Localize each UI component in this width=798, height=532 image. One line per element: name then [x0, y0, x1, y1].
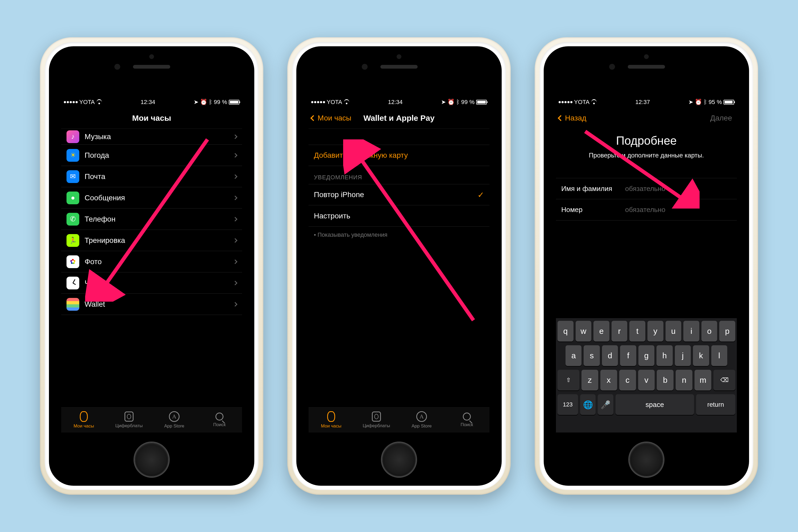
list-item-wallet[interactable]: Wallet — [61, 294, 242, 315]
field-number[interactable]: Номер обязательно — [556, 199, 737, 221]
tab-search[interactable]: Поиск — [197, 407, 242, 433]
key-n[interactable]: n — [676, 370, 692, 391]
key-q[interactable]: q — [557, 321, 573, 342]
key-d[interactable]: d — [602, 345, 618, 366]
tab-bar: Мои часы Циферблаты App Store Поиск — [61, 407, 242, 433]
messages-icon — [66, 191, 79, 204]
phone-1: YOTA 12:34 ➤ ⏰ ᛒ 99 % Мои часы Музыка По… — [40, 37, 263, 495]
key-h[interactable]: h — [657, 345, 672, 366]
key-return[interactable]: return — [696, 394, 735, 415]
tab-faces[interactable]: Циферблаты — [354, 407, 399, 433]
key-z[interactable]: z — [582, 370, 598, 391]
key-y[interactable]: y — [647, 321, 663, 342]
speaker — [133, 65, 170, 69]
key-123[interactable]: 123 — [557, 394, 578, 415]
chevron-right-icon — [233, 195, 238, 200]
signal-dots-icon — [64, 101, 78, 103]
key-v[interactable]: v — [638, 370, 655, 391]
row-label: Часы — [84, 279, 233, 287]
list-item-messages[interactable]: Сообщения — [61, 187, 242, 209]
key-w[interactable]: w — [576, 321, 592, 342]
key-o[interactable]: o — [701, 321, 717, 342]
key-i[interactable]: i — [683, 321, 699, 342]
tab-label: Циферблаты — [363, 423, 390, 429]
back-label: Назад — [565, 114, 586, 122]
list-item-mail[interactable]: Почта — [61, 166, 242, 187]
tab-appstore[interactable]: App Store — [399, 407, 444, 433]
tab-label: Мои часы — [321, 423, 341, 429]
key-l[interactable]: l — [711, 345, 727, 366]
add-card-button[interactable]: Добавить платежную карту — [308, 145, 490, 166]
navbar: Мои часы — [61, 108, 242, 129]
key-c[interactable]: c — [619, 370, 636, 391]
key-backspace[interactable]: ⌫ — [714, 370, 735, 391]
alarm-icon: ⏰ — [695, 99, 702, 106]
key-g[interactable]: g — [639, 345, 654, 366]
next-button[interactable]: Далее — [710, 114, 732, 122]
key-globe[interactable]: 🌐 — [580, 394, 596, 415]
key-f[interactable]: f — [620, 345, 636, 366]
list-item-workout[interactable]: Тренировка — [61, 230, 242, 251]
tab-my-watch[interactable]: Мои часы — [308, 407, 354, 433]
home-button[interactable] — [382, 443, 416, 477]
appstore-icon — [416, 411, 427, 422]
list-item-music[interactable]: Музыка — [61, 129, 242, 145]
tab-label: Мои часы — [73, 423, 94, 429]
page-subtitle: Проверьте и дополните данные карты. — [564, 151, 729, 159]
key-r[interactable]: r — [611, 321, 627, 342]
screen-1: YOTA 12:34 ➤ ⏰ ᛒ 99 % Мои часы Музыка По… — [61, 97, 242, 433]
bluetooth-icon: ᛒ — [704, 99, 707, 106]
chevron-right-icon — [233, 302, 238, 306]
field-name[interactable]: Имя и фамилия обязательно — [556, 178, 737, 199]
key-m[interactable]: m — [695, 370, 711, 391]
location-icon: ➤ — [441, 99, 446, 106]
home-button[interactable] — [135, 443, 169, 477]
back-button[interactable]: Мои часы — [311, 114, 352, 122]
tab-search[interactable]: Поиск — [444, 407, 490, 433]
back-button[interactable]: Назад — [558, 114, 586, 122]
alarm-icon: ⏰ — [448, 99, 455, 106]
chevron-right-icon — [233, 134, 238, 139]
row-repeat-iphone[interactable]: Повтор iPhone✓ — [308, 184, 490, 205]
list-item-clock[interactable]: Часы — [61, 272, 242, 294]
status-bar: YOTA 12:34 ➤⏰ᛒ99 % — [308, 97, 490, 108]
key-x[interactable]: x — [600, 370, 617, 391]
row-customize[interactable]: Настроить — [308, 205, 490, 227]
appstore-icon — [169, 411, 179, 422]
clock-icon — [66, 277, 79, 289]
list-item-photos[interactable]: Фото — [61, 251, 242, 272]
clock-label: 12:37 — [635, 99, 650, 106]
key-shift[interactable]: ⇧ — [557, 370, 580, 391]
key-mic[interactable]: 🎤 — [598, 394, 613, 415]
front-camera — [114, 64, 120, 70]
tab-label: App Store — [164, 423, 184, 429]
home-button[interactable] — [629, 443, 663, 477]
key-row-3: ⇧ z x c v b n m ⌫ — [557, 370, 735, 391]
key-k[interactable]: k — [693, 345, 709, 366]
wallet-icon — [66, 298, 79, 311]
key-j[interactable]: j — [675, 345, 691, 366]
bluetooth-icon: ᛒ — [456, 99, 460, 106]
list-item-phone[interactable]: Телефон — [61, 209, 242, 230]
status-bar: YOTA 12:34 ➤ ⏰ ᛒ 99 % — [61, 97, 242, 108]
row-label: Повтор iPhone — [314, 190, 477, 199]
key-e[interactable]: e — [593, 321, 609, 342]
field-label: Номер — [561, 206, 625, 214]
chevron-right-icon — [233, 153, 238, 157]
key-u[interactable]: u — [666, 321, 682, 342]
key-space[interactable]: space — [615, 394, 694, 415]
tab-faces[interactable]: Циферблаты — [107, 407, 152, 433]
key-s[interactable]: s — [584, 345, 600, 366]
row-label: Wallet — [84, 300, 233, 308]
key-b[interactable]: b — [657, 370, 673, 391]
sensor — [149, 54, 154, 59]
list-item-weather[interactable]: Погода — [61, 145, 242, 166]
key-p[interactable]: p — [719, 321, 735, 342]
key-a[interactable]: a — [566, 345, 582, 366]
tab-my-watch[interactable]: Мои часы — [61, 407, 107, 433]
checkmark-icon: ✓ — [477, 190, 484, 200]
key-t[interactable]: t — [629, 321, 645, 342]
keyboard: q w e r t y u i o p a s d f g h j k l — [556, 318, 737, 433]
field-placeholder: обязательно — [625, 185, 665, 193]
tab-appstore[interactable]: App Store — [152, 407, 197, 433]
